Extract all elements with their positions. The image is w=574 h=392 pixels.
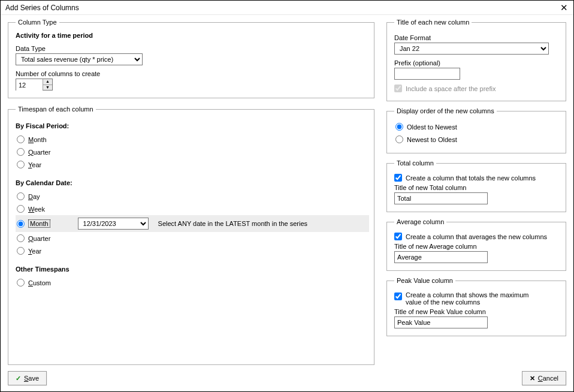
fiscal-year-radio[interactable] [17,161,25,168]
cal-month-hint: Select ANY date in the LATEST month in t… [158,220,307,227]
avg-check-label: Create a column that averages the new co… [406,233,547,240]
cal-quarter-label: Quarter [28,235,50,242]
cal-year-label: Year [28,248,41,255]
data-type-label: Data Type [16,45,367,52]
prefix-input[interactable] [394,68,460,80]
average-column-group: Average column Create a column that aver… [386,218,566,271]
avg-title-label: Title of new Average column [394,243,558,250]
oldest-label: Oldest to Newest [407,123,457,131]
prefix-label: Prefix (optional) [394,59,558,67]
total-title-label: Title of new Total column [394,184,558,191]
total-column-group: Total column Create a column that totals… [386,159,566,212]
average-column-legend: Average column [394,218,446,225]
display-order-group: Display order of the new columns Oldest … [386,107,566,153]
save-label: Save [24,375,39,382]
save-button[interactable]: ✓ Save [8,371,47,385]
peak-check-row[interactable]: Create a column that shows the maximum v… [394,291,558,306]
peak-column-legend: Peak Value column [394,277,455,284]
cal-week-label: Week [28,206,45,213]
right-column: Title of each new column Date Format Jan… [386,19,566,365]
total-title-input[interactable] [394,192,488,204]
cancel-button[interactable]: ✕ Cancel [522,371,566,385]
total-check-row[interactable]: Create a column that totals the new colu… [394,174,558,182]
avg-checkbox[interactable] [394,233,402,240]
spinner-up-icon[interactable]: ▲ [43,79,52,85]
content-area: Column Type Activity for a time period D… [8,19,566,365]
newest-radio[interactable] [395,135,403,143]
data-type-select[interactable]: Total sales revenue (qty * price) [16,53,143,65]
dialog-window: Add Series of Columns ✕ Column Type Acti… [0,0,574,392]
avg-check-row[interactable]: Create a column that averages the new co… [394,233,558,240]
include-space-label: Include a space after the prefix [406,85,496,92]
timespan-group: Timespan of each column By Fiscal Period… [8,105,374,365]
cal-week-row[interactable]: Week [16,203,367,215]
num-cols-input[interactable] [16,79,43,91]
cal-day-label: Day [28,193,40,200]
newest-label: Newest to Oldest [407,136,457,143]
cancel-label: Cancel [538,375,558,382]
title-column-group: Title of each new column Date Format Jan… [386,19,566,101]
include-space-row: Include a space after the prefix [394,85,558,92]
left-column: Column Type Activity for a time period D… [8,19,374,365]
fiscal-quarter-label: Quarter [28,149,50,156]
num-cols-label: Number of columns to create [16,70,367,77]
cal-month-label: Month [28,220,50,227]
oldest-radio[interactable] [395,123,403,131]
oldest-row[interactable]: Oldest to Newest [394,120,558,133]
total-column-legend: Total column [394,159,436,167]
fiscal-year-label: Year [28,161,41,168]
avg-title-input[interactable] [394,251,488,263]
cal-year-row[interactable]: Year [16,245,367,257]
cal-day-row[interactable]: Day [16,190,367,203]
custom-row[interactable]: Custom [16,276,367,289]
num-cols-spinner[interactable]: ▲ ▼ [16,79,53,91]
custom-radio[interactable] [17,279,25,287]
include-space-checkbox [394,85,402,92]
cal-day-radio[interactable] [17,192,25,200]
check-icon: ✓ [16,375,21,382]
close-icon[interactable]: ✕ [558,2,570,13]
date-format-label: Date Format [394,34,558,41]
peak-title-label: Title of new Peak Value column [394,308,558,315]
cal-month-radio[interactable] [17,220,25,228]
column-type-group: Column Type Activity for a time period D… [8,19,374,98]
cal-week-radio[interactable] [17,205,25,213]
cal-quarter-radio[interactable] [17,234,25,242]
peak-check-label: Create a column that shows the maximum v… [406,291,537,306]
peak-column-group: Peak Value column Create a column that s… [386,277,566,336]
fiscal-month-radio[interactable] [17,135,25,143]
peak-checkbox[interactable] [394,293,402,300]
fiscal-month-label: Month [28,136,47,143]
cal-month-date-select[interactable]: 12/31/2023 [78,218,149,230]
fiscal-month-row[interactable]: Month [16,133,367,146]
cal-month-row[interactable]: Month 12/31/2023 Select ANY date in the … [16,215,369,232]
by-calendar-label: By Calendar Date: [16,179,367,186]
column-type-legend: Column Type [16,19,59,26]
other-timespans-label: Other Timespans [16,266,367,273]
by-fiscal-label: By Fiscal Period: [16,122,367,129]
custom-label: Custom [28,279,51,287]
fiscal-year-row[interactable]: Year [16,158,367,171]
timespan-legend: Timespan of each column [16,105,96,113]
activity-label: Activity for a time period [16,32,367,39]
footer: ✓ Save ✕ Cancel [8,371,566,385]
x-icon: ✕ [530,375,535,382]
title-column-legend: Title of each new column [394,19,472,26]
cal-quarter-row[interactable]: Quarter [16,232,367,245]
total-checkbox[interactable] [394,174,402,182]
fiscal-quarter-radio[interactable] [17,148,25,156]
fiscal-quarter-row[interactable]: Quarter [16,146,367,158]
spinner-down-icon[interactable]: ▼ [43,85,52,91]
titlebar: Add Series of Columns ✕ [1,1,573,15]
total-check-label: Create a column that totals the new colu… [406,174,536,182]
window-title: Add Series of Columns [5,4,79,12]
newest-row[interactable]: Newest to Oldest [394,133,558,146]
cal-year-radio[interactable] [17,247,25,255]
peak-title-input[interactable] [394,316,488,328]
display-order-legend: Display order of the new columns [394,107,497,114]
date-format-select[interactable]: Jan 22 [394,43,549,55]
